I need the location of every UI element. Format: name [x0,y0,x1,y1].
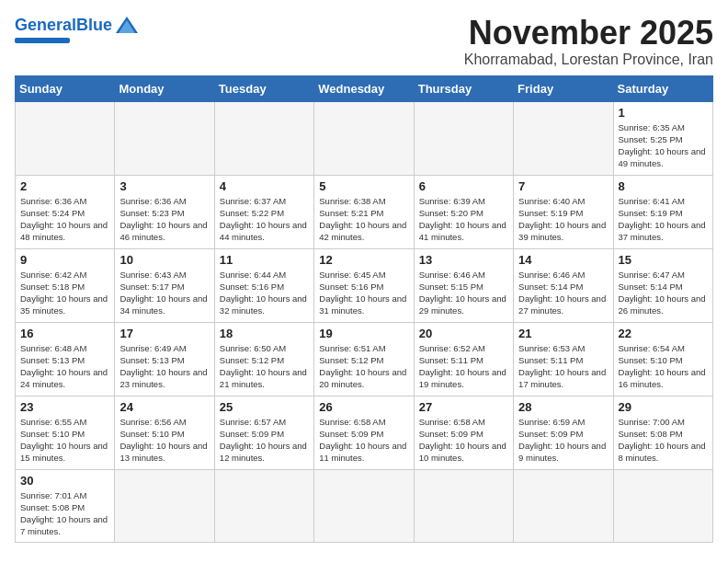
calendar-cell [16,101,115,175]
calendar: SundayMondayTuesdayWednesdayThursdayFrid… [15,75,713,543]
calendar-cell: 6Sunrise: 6:39 AM Sunset: 5:20 PM Daylig… [414,175,513,248]
day-number: 12 [319,253,408,267]
calendar-cell: 17Sunrise: 6:49 AM Sunset: 5:13 PM Dayli… [115,322,214,396]
calendar-cell: 13Sunrise: 6:46 AM Sunset: 5:15 PM Dayli… [414,248,513,322]
calendar-cell: 26Sunrise: 6:58 AM Sunset: 5:09 PM Dayli… [314,396,414,469]
day-info: Sunrise: 6:40 AM Sunset: 5:19 PM Dayligh… [518,195,608,244]
day-number: 21 [518,327,608,340]
calendar-cell: 7Sunrise: 6:40 AM Sunset: 5:19 PM Daylig… [514,175,613,248]
calendar-cell: 28Sunrise: 6:59 AM Sunset: 5:09 PM Dayli… [514,396,613,469]
day-number: 6 [419,179,508,193]
month-title: November 2025 [464,15,713,52]
calendar-cell [514,469,613,542]
day-info: Sunrise: 6:37 AM Sunset: 5:22 PM Dayligh… [220,195,309,244]
calendar-cell [414,469,513,542]
day-info: Sunrise: 6:51 AM Sunset: 5:12 PM Dayligh… [319,342,408,391]
day-info: Sunrise: 6:39 AM Sunset: 5:20 PM Dayligh… [419,195,508,244]
calendar-header: SundayMondayTuesdayWednesdayThursdayFrid… [16,75,713,101]
logo-general: General [15,16,76,34]
calendar-cell: 29Sunrise: 7:00 AM Sunset: 5:08 PM Dayli… [613,396,712,469]
title-area: November 2025 Khorramabad, Lorestan Prov… [464,15,713,68]
day-info: Sunrise: 6:53 AM Sunset: 5:11 PM Dayligh… [518,342,608,391]
calendar-cell: 11Sunrise: 6:44 AM Sunset: 5:16 PM Dayli… [214,248,313,322]
day-number: 23 [20,400,109,414]
calendar-cell [214,101,313,175]
day-number: 24 [119,400,209,414]
calendar-cell: 1Sunrise: 6:35 AM Sunset: 5:25 PM Daylig… [613,101,712,175]
day-number: 2 [20,179,109,193]
calendar-week-row: 2Sunrise: 6:36 AM Sunset: 5:24 PM Daylig… [16,175,713,248]
weekday-row: SundayMondayTuesdayWednesdayThursdayFrid… [16,75,713,101]
weekday-header: Friday [514,75,613,101]
day-info: Sunrise: 6:43 AM Sunset: 5:17 PM Dayligh… [119,269,209,317]
day-info: Sunrise: 6:55 AM Sunset: 5:10 PM Dayligh… [20,416,109,465]
day-number: 1 [619,106,708,120]
calendar-cell: 3Sunrise: 6:36 AM Sunset: 5:23 PM Daylig… [115,175,214,248]
calendar-week-row: 23Sunrise: 6:55 AM Sunset: 5:10 PM Dayli… [16,396,713,469]
day-info: Sunrise: 6:59 AM Sunset: 5:09 PM Dayligh… [518,416,608,465]
day-number: 10 [119,253,209,267]
calendar-cell: 30Sunrise: 7:01 AM Sunset: 5:08 PM Dayli… [16,469,115,542]
calendar-cell: 22Sunrise: 6:54 AM Sunset: 5:10 PM Dayli… [613,322,712,396]
calendar-cell: 8Sunrise: 6:41 AM Sunset: 5:19 PM Daylig… [613,175,712,248]
weekday-header: Thursday [414,75,513,101]
logo-icon [114,15,140,35]
weekday-header: Wednesday [314,75,414,101]
day-number: 19 [319,327,408,340]
day-number: 29 [619,400,708,414]
day-info: Sunrise: 6:52 AM Sunset: 5:11 PM Dayligh… [419,342,508,391]
logo-text: GeneralBlue [15,17,112,33]
calendar-cell: 15Sunrise: 6:47 AM Sunset: 5:14 PM Dayli… [613,248,712,322]
calendar-cell: 9Sunrise: 6:42 AM Sunset: 5:18 PM Daylig… [16,248,115,322]
day-info: Sunrise: 6:58 AM Sunset: 5:09 PM Dayligh… [419,416,508,465]
calendar-cell: 2Sunrise: 6:36 AM Sunset: 5:24 PM Daylig… [16,175,115,248]
calendar-cell [613,469,712,542]
day-number: 27 [419,400,508,414]
calendar-week-row: 30Sunrise: 7:01 AM Sunset: 5:08 PM Dayli… [16,469,713,542]
day-info: Sunrise: 6:46 AM Sunset: 5:15 PM Dayligh… [419,269,508,317]
calendar-week-row: 9Sunrise: 6:42 AM Sunset: 5:18 PM Daylig… [16,248,713,322]
calendar-cell: 20Sunrise: 6:52 AM Sunset: 5:11 PM Dayli… [414,322,513,396]
day-number: 3 [119,179,209,193]
logo: GeneralBlue [15,15,140,43]
header: GeneralBlue November 2025 Khorramabad, L… [15,15,713,68]
day-number: 25 [220,400,309,414]
calendar-cell [314,469,414,542]
day-number: 9 [20,253,109,267]
day-info: Sunrise: 6:36 AM Sunset: 5:23 PM Dayligh… [119,195,209,244]
day-number: 8 [619,179,708,193]
day-info: Sunrise: 6:58 AM Sunset: 5:09 PM Dayligh… [319,416,408,465]
day-number: 18 [220,327,309,340]
calendar-cell [314,101,414,175]
day-number: 5 [319,179,408,193]
calendar-week-row: 1Sunrise: 6:35 AM Sunset: 5:25 PM Daylig… [16,101,713,175]
calendar-cell: 16Sunrise: 6:48 AM Sunset: 5:13 PM Dayli… [16,322,115,396]
calendar-cell [514,101,613,175]
calendar-cell [115,101,214,175]
calendar-cell: 21Sunrise: 6:53 AM Sunset: 5:11 PM Dayli… [514,322,613,396]
day-info: Sunrise: 6:45 AM Sunset: 5:16 PM Dayligh… [319,269,408,317]
calendar-cell: 5Sunrise: 6:38 AM Sunset: 5:21 PM Daylig… [314,175,414,248]
day-info: Sunrise: 6:35 AM Sunset: 5:25 PM Dayligh… [619,121,708,170]
calendar-cell [414,101,513,175]
day-info: Sunrise: 6:50 AM Sunset: 5:12 PM Dayligh… [220,342,309,391]
calendar-cell: 10Sunrise: 6:43 AM Sunset: 5:17 PM Dayli… [115,248,214,322]
day-number: 13 [419,253,508,267]
calendar-cell: 18Sunrise: 6:50 AM Sunset: 5:12 PM Dayli… [214,322,313,396]
day-number: 4 [220,179,309,193]
weekday-header: Sunday [16,75,115,101]
day-info: Sunrise: 6:54 AM Sunset: 5:10 PM Dayligh… [619,342,708,391]
calendar-cell: 27Sunrise: 6:58 AM Sunset: 5:09 PM Dayli… [414,396,513,469]
day-info: Sunrise: 6:42 AM Sunset: 5:18 PM Dayligh… [20,269,109,317]
weekday-header: Saturday [613,75,712,101]
calendar-cell [115,469,214,542]
calendar-body: 1Sunrise: 6:35 AM Sunset: 5:25 PM Daylig… [16,101,713,542]
day-number: 28 [518,400,608,414]
calendar-cell: 12Sunrise: 6:45 AM Sunset: 5:16 PM Dayli… [314,248,414,322]
weekday-header: Monday [115,75,214,101]
day-info: Sunrise: 6:57 AM Sunset: 5:09 PM Dayligh… [220,416,309,465]
day-number: 16 [20,327,109,340]
logo-bar [15,38,70,43]
day-number: 22 [619,327,708,340]
day-info: Sunrise: 6:48 AM Sunset: 5:13 PM Dayligh… [20,342,109,391]
